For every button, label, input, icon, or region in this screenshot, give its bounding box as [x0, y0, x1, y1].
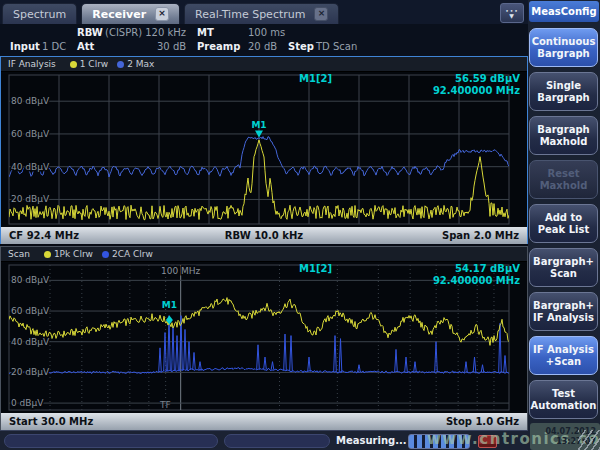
scan-marker-level: 54.17 dBµV	[433, 263, 520, 275]
svg-text:100 MHz: 100 MHz	[161, 266, 201, 276]
status-bar: Measuring...	[0, 430, 528, 450]
svg-text:40 dBµV: 40 dBµV	[11, 337, 50, 347]
if-panel-header: IF Analysis 1 Clrw2 Max	[1, 57, 527, 72]
measconfig-menu-title[interactable]: MeasConfig	[529, 1, 599, 22]
tab-label: Real-Time Spectrum	[195, 8, 305, 21]
setting-value-input: 1 DC	[42, 41, 66, 52]
setting-label-preamp: Preamp	[197, 41, 240, 52]
trace-color-dot-icon	[44, 251, 51, 258]
trace-legend-item: 2CA Clrw	[102, 249, 153, 259]
if-axis-footer: CF 92.4 MHz RBW 10.0 kHz Span 2.0 MHz	[1, 227, 527, 244]
measuring-status: Measuring...	[336, 435, 407, 446]
setting-value-step: TD Scan	[316, 41, 357, 52]
tab-overflow-button[interactable]: ••• ▼	[500, 3, 524, 23]
svg-text:80 dBµV: 80 dBµV	[11, 275, 50, 285]
if-trace-legend: 1 Clrw2 Max	[70, 59, 164, 69]
trace-legend-label: 1Pk Clrw	[54, 249, 93, 259]
softkey-test-automation[interactable]: Test Automation	[529, 380, 598, 419]
tab-real-time-spectrum[interactable]: Real-Time Spectrum×	[184, 3, 339, 24]
trace-legend-label: 2CA Clrw	[112, 249, 153, 259]
tab-close-icon[interactable]: ×	[155, 7, 169, 21]
softkey-bargraph-if-analysis[interactable]: Bargraph+ IF Analysis	[529, 292, 598, 331]
setting-value-mt: 100 ms	[248, 27, 285, 38]
trace-legend-label: 1 Clrw	[80, 59, 108, 69]
setting-value-preamp: 20 dB	[248, 41, 277, 52]
setting-value-rbw: (CISPR) 120 kHz	[105, 27, 186, 38]
scan-trace-legend: 1Pk Clrw2CA Clrw	[44, 249, 162, 259]
setting-label-mt: MT	[197, 27, 214, 38]
svg-text:80 dBµV: 80 dBµV	[11, 96, 50, 106]
scan-marker-freq: 92.400000 MHz	[433, 275, 520, 287]
setting-value-att: 30 dB	[157, 41, 186, 52]
tab-label: Spectrum	[13, 8, 66, 21]
svg-text:60 dBµV: 60 dBµV	[11, 129, 50, 139]
progress-indicator	[408, 434, 470, 449]
tab-label: Receiver	[92, 8, 146, 21]
softkey-sidebar: MeasConfig Continuous BargraphSingle Bar…	[528, 0, 600, 450]
if-marker-readout: 56.59 dBµV 92.400000 MHz	[433, 73, 520, 97]
svg-text:0 dBµV: 0 dBµV	[11, 398, 44, 408]
scan-start-freq: Start 30.0 MHz	[9, 416, 93, 427]
softkey-bargraph-scan[interactable]: Bargraph+ Scan	[529, 248, 598, 287]
svg-text:20 dBµV: 20 dBµV	[11, 367, 50, 377]
if-chart-area[interactable]: M180 dBµV60 dBµV40 dBµV20 dBµV M1[2] 56.…	[1, 72, 527, 227]
scan-chart-area[interactable]: TFM180 dBµV60 dBµV40 dBµV20 dBµV0 dBµV10…	[1, 262, 527, 413]
scan-panel-header: Scan 1Pk Clrw2CA Clrw	[1, 247, 527, 262]
tab-spectrum[interactable]: Spectrum	[2, 3, 77, 24]
if-center-freq: CF 92.4 MHz	[9, 230, 79, 241]
resize-grip[interactable]	[578, 430, 600, 450]
scan-marker-ref: M1[2]	[299, 263, 332, 274]
trace-legend-item: 1Pk Clrw	[44, 249, 93, 259]
status-segment-2	[224, 434, 330, 448]
setting-label-att: Att	[77, 41, 94, 52]
if-marker-level: 56.59 dBµV	[433, 73, 520, 85]
error-indicator-icon	[478, 435, 497, 448]
svg-text:40 dBµV: 40 dBµV	[11, 162, 50, 172]
if-marker-ref: M1[2]	[299, 73, 332, 84]
softkey-single-bargraph[interactable]: Single Bargraph	[529, 72, 598, 111]
softkey-bargraph-maxhold[interactable]: Bargraph Maxhold	[529, 116, 598, 155]
if-span: Span 2.0 MHz	[442, 230, 519, 241]
instrument-screen: SpectrumReceiver×Real-Time Spectrum× •••…	[0, 0, 600, 450]
trace-color-dot-icon	[102, 251, 109, 258]
scan-marker-readout: 54.17 dBµV 92.400000 MHz	[433, 263, 520, 287]
softkey-continuous-bargraph[interactable]: Continuous Bargraph	[529, 28, 598, 67]
tab-bar: SpectrumReceiver×Real-Time Spectrum× •••…	[0, 0, 528, 25]
scan-panel[interactable]: Scan 1Pk Clrw2CA Clrw TFM180 dBµV60 dBµV…	[0, 246, 528, 430]
svg-text:M1: M1	[162, 300, 177, 310]
scan-axis-footer: Start 30.0 MHz Stop 1.0 GHz	[1, 413, 527, 430]
tab-close-icon[interactable]: ×	[314, 7, 328, 21]
setting-label-input: Input	[10, 41, 40, 52]
svg-text:60 dBµV: 60 dBµV	[11, 306, 50, 316]
settings-header: RBW(CISPR) 120 kHzMT100 msInput1 DCAtt30…	[0, 24, 528, 56]
trace-legend-item: 2 Max	[117, 59, 154, 69]
tab-receiver[interactable]: Receiver×	[81, 3, 180, 24]
tab-strip: SpectrumReceiver×Real-Time Spectrum×	[0, 3, 528, 24]
trace-color-dot-icon	[117, 61, 124, 68]
trace-legend-label: 2 Max	[127, 59, 154, 69]
if-analysis-panel[interactable]: IF Analysis 1 Clrw2 Max M180 dBµV60 dBµV…	[0, 56, 528, 244]
setting-label-step: Step	[288, 41, 314, 52]
trace-color-dot-icon	[70, 61, 77, 68]
if-panel-title: IF Analysis	[8, 59, 56, 69]
chevron-down-icon: ▼	[509, 13, 515, 18]
svg-text:20 dBµV: 20 dBµV	[11, 194, 50, 204]
softkey-add-to-peak-list[interactable]: Add to Peak List	[529, 204, 598, 243]
scan-panel-title: Scan	[8, 249, 30, 259]
setting-label-rbw: RBW	[77, 27, 103, 38]
softkey-if-analysis-scan[interactable]: IF Analysis +Scan	[529, 336, 598, 375]
status-segment-1	[4, 434, 218, 448]
scan-stop-freq: Stop 1.0 GHz	[446, 416, 519, 427]
softkey-reset-maxhold[interactable]: Reset Maxhold	[529, 160, 598, 199]
svg-text:TF: TF	[159, 400, 171, 410]
svg-text:M1: M1	[251, 120, 266, 130]
if-marker-freq: 92.400000 MHz	[433, 85, 520, 97]
trace-legend-item: 1 Clrw	[70, 59, 108, 69]
